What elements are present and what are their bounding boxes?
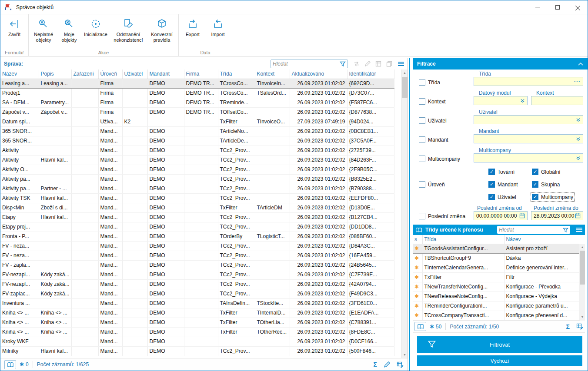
konverzni-pravidla-button[interactable]: Konverzní pravidla bbox=[147, 16, 177, 48]
table-row[interactable]: Kniha <> ...Kniha <> ...Mand...DEMOTxFil… bbox=[0, 318, 394, 327]
table-row[interactable]: Kroky WKFMand...DEMO26.09.2023 01:02:02{… bbox=[0, 337, 394, 346]
table-row[interactable]: Aktivity TSKHlavní kal...Mand...DEMOTCc2… bbox=[0, 193, 394, 203]
table-row[interactable]: FV-zaplac...Kódy zaká...Mand...DEMOTCc2_… bbox=[0, 289, 394, 298]
main-search[interactable] bbox=[271, 60, 348, 68]
moje-objekty-button[interactable]: Moje objekty bbox=[57, 16, 81, 48]
main-vertical-scrollbar[interactable]: ▲ ▼ bbox=[401, 70, 408, 358]
column-header[interactable]: Popis bbox=[39, 70, 71, 79]
column-header[interactable]: Kontext bbox=[255, 70, 290, 79]
column-header[interactable]: Uživatel bbox=[122, 70, 147, 79]
filter-check-kontext[interactable]: Kontext bbox=[419, 98, 446, 105]
checkbox-checked[interactable]: ✓ bbox=[532, 181, 538, 188]
column-header[interactable]: Třída bbox=[422, 235, 504, 244]
column-header[interactable]: Úroveň bbox=[98, 70, 122, 79]
scroll-thumb[interactable] bbox=[402, 77, 408, 98]
export-button[interactable]: Export bbox=[180, 16, 205, 48]
table-row[interactable]: Kniha <> ...Kniha <> ...Mand...DEMOTxFil… bbox=[0, 308, 394, 318]
trida-field[interactable]: ··· bbox=[474, 77, 583, 86]
class-row[interactable]: ✱TNewReleaseNoteConfig...Konfigurace - V… bbox=[413, 292, 580, 301]
collapse-panel-icon[interactable] bbox=[578, 62, 583, 66]
level-check-globalni[interactable]: ✓ Globální bbox=[532, 169, 561, 175]
column-header[interactable]: Název bbox=[504, 235, 580, 244]
close-button[interactable] bbox=[568, 0, 588, 14]
browse-icon[interactable]: ··· bbox=[574, 79, 581, 85]
filter-check-trida[interactable]: Třída bbox=[419, 79, 440, 86]
inicializace-button[interactable]: Inicializace bbox=[81, 16, 110, 48]
bulk-change-icon[interactable] bbox=[397, 361, 404, 368]
table-row[interactable]: Leasing a...Leasing a...FirmaDEMODEMO TR… bbox=[0, 79, 394, 88]
kontext-field[interactable] bbox=[531, 96, 583, 105]
filtrovat-button[interactable]: Filtrovat bbox=[417, 336, 582, 353]
table-row[interactable]: Fronta - P...Mand...DEMOTOrderByTLogisti… bbox=[0, 232, 394, 241]
scroll-down-icon[interactable]: ▼ bbox=[401, 351, 408, 358]
checkbox[interactable] bbox=[419, 181, 425, 188]
table-row[interactable]: Etapy proj...Mand...DEMOTCc2_Prov...26.0… bbox=[0, 222, 394, 232]
table-row[interactable]: EtapyHlavní kal...Mand...DEMOTCc2_Prov..… bbox=[0, 212, 394, 222]
dropdown-icon[interactable] bbox=[576, 156, 581, 160]
search-input[interactable] bbox=[273, 61, 340, 67]
filter-check-posledni-zmena[interactable]: Poslední změna bbox=[419, 213, 465, 219]
classes-header-row[interactable]: sTřídaNázev bbox=[413, 235, 580, 244]
level-check-tovarni[interactable]: ✓ Tovární bbox=[488, 169, 514, 175]
table-row[interactable]: Zápočet v...Zápočet v...FirmaDEMODEMO TR… bbox=[0, 107, 394, 117]
dropdown-icon[interactable] bbox=[576, 136, 581, 141]
table-row[interactable]: Aktivity pa...Partner - ...Mand...DEMOTC… bbox=[0, 184, 394, 193]
column-header[interactable]: Identifikátor bbox=[347, 70, 394, 79]
funnel-icon[interactable] bbox=[340, 61, 346, 67]
checkbox-checked[interactable]: ✓ bbox=[488, 169, 495, 175]
checkbox[interactable] bbox=[419, 136, 425, 143]
column-header[interactable]: Firma bbox=[184, 70, 218, 79]
checkbox[interactable] bbox=[419, 213, 425, 219]
table-row[interactable]: AktivityHlavní kal...Mand...DEMOTCc2_Pro… bbox=[0, 155, 394, 165]
funnel-icon[interactable] bbox=[563, 227, 568, 233]
calendar-icon[interactable] bbox=[575, 213, 581, 219]
level-check-multicompany[interactable]: ✓ Multicompany bbox=[532, 194, 573, 200]
table-row[interactable]: AktivityMand...DEMOTCc2_Prov...26.09.202… bbox=[0, 146, 394, 155]
book-view-button[interactable] bbox=[4, 360, 16, 369]
class-row[interactable]: ✱TBShortcutGroupF9Dávka bbox=[413, 253, 580, 263]
odstraneni-nekonzistenci-button[interactable]: Odstranění nekonzistencí bbox=[110, 16, 147, 48]
table-header-row[interactable]: NázevPopisZařazeníÚroveňUživatelMandantF… bbox=[0, 70, 394, 79]
scroll-thumb[interactable] bbox=[580, 251, 585, 285]
class-row[interactable]: ✱TxFilterFiltr bbox=[413, 272, 580, 282]
table-row[interactable]: FV - zapla...Mand...DEMOTCc2_Prov...26.0… bbox=[0, 260, 394, 270]
flag-filter-icon[interactable]: ✱ bbox=[20, 361, 24, 368]
dropdown-icon[interactable] bbox=[520, 98, 525, 103]
class-row[interactable]: ✱TCrossCompanyTransacti...Konfigurace př… bbox=[413, 311, 580, 320]
classes-search[interactable] bbox=[497, 226, 570, 234]
posledni-zmena-od-field[interactable]: 00.00.0000 00:00 bbox=[474, 211, 528, 220]
scroll-up-icon[interactable]: ▲ bbox=[579, 244, 585, 250]
checkbox[interactable] bbox=[419, 117, 425, 124]
posledni-zmena-do-field[interactable]: 28.09.2023 00:00 bbox=[531, 211, 583, 220]
table-row[interactable]: 365 SNOR...Mand...DEMOTArticleNo...26.09… bbox=[0, 126, 394, 136]
filter-check-multicompany[interactable]: Multicompany bbox=[419, 156, 460, 162]
table-row[interactable]: FV - neza...Mand...DEMOTCc2_Prov...26.09… bbox=[0, 241, 394, 251]
book-view-button[interactable] bbox=[414, 322, 426, 331]
edit-pencil-icon[interactable] bbox=[384, 361, 390, 368]
checkbox[interactable] bbox=[419, 98, 425, 105]
bulk-change-icon[interactable] bbox=[576, 323, 583, 330]
table-row[interactable]: Disp<MinZboží s di...Mand...DEMOTxFilter… bbox=[0, 203, 394, 212]
checkbox-checked[interactable]: ✓ bbox=[532, 169, 538, 175]
dropdown-icon[interactable] bbox=[576, 117, 581, 122]
class-row[interactable]: ✱TInternetCalendarGenera...Definice gene… bbox=[413, 263, 580, 272]
table-row[interactable]: MilníkyHlavní kal...Mand...DEMOTCc2_Prov… bbox=[0, 346, 394, 356]
filter-check-uzivatel[interactable]: Uživatel bbox=[419, 117, 447, 124]
mandant-field[interactable] bbox=[474, 134, 583, 143]
minimize-button[interactable] bbox=[528, 0, 548, 14]
table-row[interactable]: Inventura ...Mand...DEMOTAInsDefin...TSt… bbox=[0, 298, 394, 308]
filter-check-uroven[interactable]: Úroveň bbox=[419, 181, 445, 188]
multicompany-field[interactable] bbox=[474, 153, 583, 162]
datovy-modul-field[interactable] bbox=[474, 96, 528, 105]
calendar-icon[interactable] bbox=[519, 213, 525, 219]
table-row[interactable]: Prodej1FirmaDEMODEMO TR...TCrossCo...TSa… bbox=[0, 88, 394, 98]
column-header[interactable]: Aktualizováno bbox=[290, 70, 347, 79]
neplatne-objekty-button[interactable]: Neplatné objekty bbox=[30, 16, 57, 48]
sum-icon[interactable]: Σ bbox=[566, 323, 570, 330]
table-row[interactable]: Datum spl...Uživa...K2TxFilterTInvoiceO.… bbox=[0, 117, 394, 126]
checkbox[interactable] bbox=[419, 156, 425, 162]
table-row[interactable]: Kniha <> ...Kniha <> ...Mand...DEMOTxFil… bbox=[0, 327, 394, 337]
filter-check-mandant[interactable]: Mandant bbox=[419, 136, 448, 143]
grid-menu-button[interactable] bbox=[398, 62, 404, 66]
table-row[interactable]: FV-nezapl...Kódy zaká...Mand...DEMOTCc2_… bbox=[0, 270, 394, 279]
